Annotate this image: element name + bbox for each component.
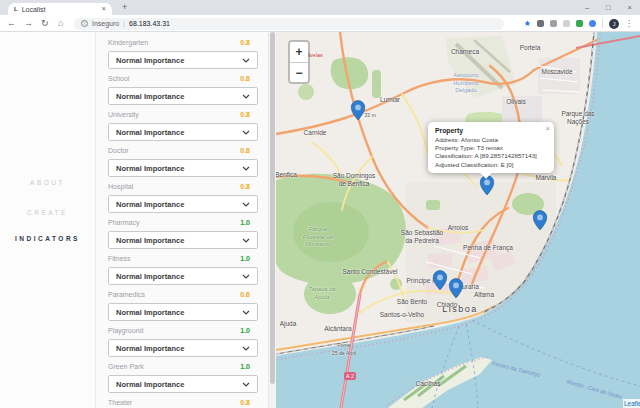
indicator-importance-select[interactable]: Normal Importance xyxy=(108,51,258,69)
panel-scrollbar[interactable] xyxy=(268,32,276,408)
indicator-label: Playground xyxy=(108,327,143,334)
leaflet-attribution[interactable]: Leaflet xyxy=(623,399,640,408)
maximize-icon[interactable]: □ xyxy=(606,3,611,12)
map-pin-icon xyxy=(433,270,448,291)
url-text[interactable]: 68.183.43.31 xyxy=(129,20,170,27)
indicator-row: Green Park 1.0 Normal Importance xyxy=(96,363,269,399)
home-icon[interactable]: ⌂ xyxy=(58,18,63,29)
indicator-value: 1.0 xyxy=(240,327,250,334)
sidebar-item-about[interactable]: ABOUT xyxy=(0,179,95,186)
indicators-list: Kindergarten 0.8 Normal Importance Schoo… xyxy=(96,39,269,408)
property-marker[interactable] xyxy=(433,270,448,295)
popup-property-type: Property Type: T3 remax xyxy=(435,144,547,152)
map-pin-icon xyxy=(449,278,464,299)
property-marker[interactable] xyxy=(533,210,548,235)
map-place-label: Santos-o-Velho xyxy=(380,311,424,319)
map-place-label: São Domingos de Benfica xyxy=(333,172,376,187)
map-place-label: Alfama xyxy=(474,291,494,299)
sidebar-item-create[interactable]: CREATE xyxy=(0,209,95,216)
property-marker[interactable] xyxy=(480,175,495,200)
sidebar-item-indicators[interactable]: INDICATORS xyxy=(0,235,95,242)
property-marker[interactable] xyxy=(351,100,366,125)
site-info-icon[interactable]: i xyxy=(81,20,88,27)
map-place-label: Tapada da Ajuda xyxy=(308,286,335,301)
tab-close-icon[interactable]: × xyxy=(102,5,106,13)
extension-icon-4[interactable] xyxy=(576,20,583,27)
extension-icon-2[interactable] xyxy=(550,20,557,27)
map-place-label: Ponte 25 de Abril xyxy=(332,342,357,357)
indicator-select-value: Normal Importance xyxy=(116,128,184,137)
close-icon[interactable]: × xyxy=(628,3,632,12)
scrollbar-thumb[interactable] xyxy=(270,32,275,384)
indicator-label: Kindergarten xyxy=(108,39,148,46)
bookmark-star-icon[interactable]: ★ xyxy=(524,20,531,28)
map-place-label: A 2 xyxy=(344,372,356,380)
indicator-row: Theater 0.8 Normal Importance xyxy=(96,399,269,408)
indicator-row: Doctor 0.8 Normal Importance xyxy=(96,147,269,183)
indicator-importance-select[interactable]: Normal Importance xyxy=(108,87,258,105)
chevron-down-icon xyxy=(242,130,250,135)
indicator-importance-select[interactable]: Normal Importance xyxy=(108,159,258,177)
indicator-select-value: Normal Importance xyxy=(116,308,184,317)
chevron-down-icon xyxy=(242,58,250,63)
extension-icon-1[interactable] xyxy=(537,20,544,27)
indicator-value: 0.8 xyxy=(240,147,250,154)
map-place-label: Parque Florestal de Monsanto xyxy=(303,226,333,249)
browser-tab[interactable]: L Localist × xyxy=(8,3,112,15)
property-marker[interactable] xyxy=(449,278,464,303)
forward-icon[interactable]: → xyxy=(24,18,33,29)
map-pin-icon xyxy=(351,100,366,121)
zoom-out-button[interactable]: − xyxy=(290,62,308,82)
indicator-value: 0.8 xyxy=(240,183,250,190)
chevron-down-icon xyxy=(242,166,250,171)
popup-close-icon[interactable]: × xyxy=(546,124,550,133)
address-bar[interactable]: i Inseguro | 68.183.43.31 xyxy=(74,18,504,30)
indicator-label: Pharmacy xyxy=(108,219,140,226)
address-separator: | xyxy=(123,20,125,27)
map-place-label: Olivais xyxy=(506,98,526,106)
chevron-down-icon xyxy=(242,274,250,279)
zoom-in-button[interactable]: + xyxy=(290,42,308,62)
indicators-panel: Kindergarten 0.8 Normal Importance Schoo… xyxy=(95,32,276,408)
chevron-down-icon xyxy=(242,382,250,387)
map-place-label: Aeroporto Humberto Delgado xyxy=(453,72,478,95)
indicator-label: University xyxy=(108,111,139,118)
indicator-row: Kindergarten 0.8 Normal Importance xyxy=(96,39,269,75)
indicator-importance-select[interactable]: Normal Importance xyxy=(108,375,258,393)
indicator-label: Paramedics xyxy=(108,291,145,298)
indicator-importance-select[interactable]: Normal Importance xyxy=(108,195,258,213)
indicator-importance-select[interactable]: Normal Importance xyxy=(108,123,258,141)
indicator-row: School 0.8 Normal Importance xyxy=(96,75,269,111)
map-canvas[interactable]: + − CharnecaPortelaMoscavideOlivaisParqu… xyxy=(276,32,640,408)
extension-icon-3[interactable] xyxy=(563,20,570,27)
indicator-row: Fitness 1.0 Normal Importance xyxy=(96,255,269,291)
indicator-importance-select[interactable]: Normal Importance xyxy=(108,339,258,357)
chevron-down-icon xyxy=(242,202,250,207)
map-pin-icon xyxy=(533,210,548,231)
indicator-select-value: Normal Importance xyxy=(116,164,184,173)
new-tab-button[interactable]: + xyxy=(122,2,127,12)
indicator-importance-select[interactable]: Normal Importance xyxy=(108,267,258,285)
indicator-row: Playground 1.0 Normal Importance xyxy=(96,327,269,363)
indicator-value: 1.0 xyxy=(240,219,250,226)
indicator-importance-select[interactable]: Normal Importance xyxy=(108,303,258,321)
reload-icon[interactable]: ↻ xyxy=(41,18,49,29)
minimize-icon[interactable]: – xyxy=(585,3,589,12)
profile-avatar[interactable]: J xyxy=(609,19,619,29)
back-icon[interactable]: ← xyxy=(7,18,16,29)
extension-icon-5[interactable] xyxy=(589,20,596,27)
window-controls: – □ × xyxy=(585,0,632,14)
browser-toolbar: ← → ↻ ⌂ i Inseguro | 68.183.43.31 ★ J ⋮ xyxy=(0,15,640,32)
indicator-select-value: Normal Importance xyxy=(116,236,184,245)
map-place-label: Cacilhas xyxy=(416,380,441,388)
indicator-select-value: Normal Importance xyxy=(116,272,184,281)
indicator-importance-select[interactable]: Normal Importance xyxy=(108,231,258,249)
page-content: ABOUTCREATEINDICATORS Kindergarten 0.8 N… xyxy=(0,32,640,408)
indicator-label: Doctor xyxy=(108,147,129,154)
indicator-select-value: Normal Importance xyxy=(116,344,184,353)
indicator-value: 0.8 xyxy=(240,399,250,406)
tab-title: Localist xyxy=(22,6,98,13)
menu-kebab-icon[interactable]: ⋮ xyxy=(625,20,633,28)
indicator-select-value: Normal Importance xyxy=(116,200,184,209)
map-place-label: Alcântara xyxy=(324,325,351,333)
